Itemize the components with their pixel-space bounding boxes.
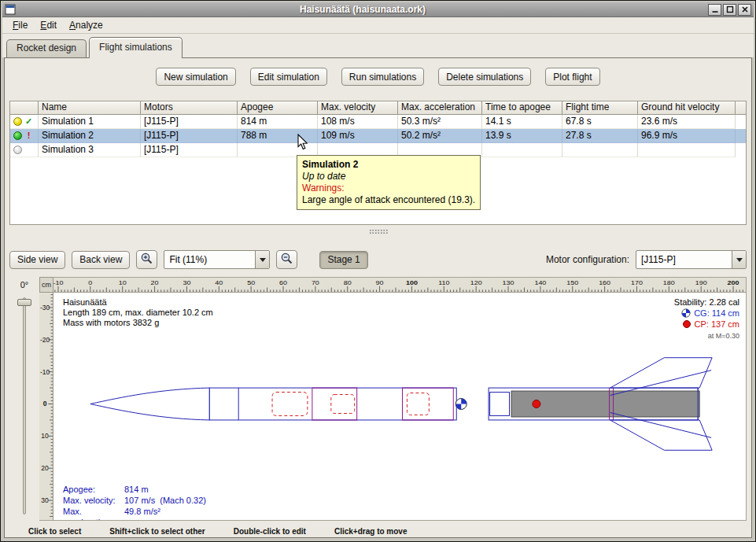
nose-cone (90, 388, 209, 420)
stability-info: Stability: 2.28 cal CG: 114 cm (674, 297, 739, 341)
view-toolbar: Side view Back view Fit (11%) (9, 246, 747, 273)
tab-flight-simulations[interactable]: Flight simulations (89, 37, 183, 58)
mach-note: at M=0.30 (674, 330, 739, 341)
minimize-button[interactable] (708, 4, 721, 16)
menu-file[interactable]: File (6, 17, 34, 33)
splitter-grip-icon (369, 229, 388, 234)
svg-text:40: 40 (215, 278, 223, 286)
cell (482, 143, 562, 157)
svg-text:-30: -30 (40, 304, 50, 312)
column-header-name[interactable]: Name (39, 101, 141, 115)
table-row-1[interactable]: ✓Simulation 1[J115-P]814 m108 m/s50.3 m/… (10, 115, 746, 129)
plot-flight-button[interactable]: Plot flight (545, 68, 599, 86)
column-header-time-to-apogee[interactable]: Time to apogee (482, 101, 562, 115)
svg-text:50: 50 (247, 278, 255, 286)
flight-data-label: Apogee: (63, 484, 124, 495)
rotation-slider[interactable] (9, 293, 39, 521)
svg-text:30: 30 (41, 496, 49, 504)
maximize-icon (726, 6, 734, 13)
chevron-down-icon (732, 251, 746, 268)
cg-symbol (455, 399, 467, 410)
zoom-select[interactable]: Fit (11%) (164, 250, 270, 269)
tab-strip: Rocket designFlight simulations (2, 34, 754, 57)
window-icon (5, 4, 16, 15)
chevron-down-icon (255, 251, 269, 268)
magnifier-minus-icon (280, 252, 293, 265)
close-icon (741, 6, 749, 13)
menu-analyze[interactable]: Analyze (63, 17, 109, 33)
minimize-icon (711, 6, 719, 13)
rocket-canvas[interactable]: Haisunäätä Length 189 cm, max. diameter … (53, 293, 747, 521)
title-bar[interactable]: Haisunäätä (haisunaata.ork) (2, 2, 754, 17)
rocket-mass: Mass with motors 3832 g (63, 318, 213, 328)
svg-text:190: 190 (695, 278, 707, 286)
status-warning-icon: ! (24, 129, 33, 142)
side-view-button[interactable]: Side view (9, 251, 65, 269)
cg-icon (681, 308, 691, 318)
cell: 13.9 s (482, 129, 562, 143)
cell: Simulation 2 (39, 129, 141, 143)
rotation-value: 0° (9, 277, 39, 293)
zoom-out-button[interactable] (276, 250, 297, 269)
column-header-max-acceleration[interactable]: Max. acceleration (398, 101, 482, 115)
cell: 27.8 s (562, 129, 638, 143)
svg-text:0: 0 (88, 278, 92, 286)
rocket-view: 0° cm -100102030405060708090100110120130… (9, 277, 747, 521)
status-check-icon: ✓ (24, 115, 33, 128)
maximize-button[interactable] (723, 4, 736, 16)
column-header-apogee[interactable]: Apogee (238, 101, 318, 115)
menu-edit[interactable]: Edit (34, 17, 63, 33)
status-cell: ! (10, 129, 39, 143)
status-cell: ✓ (10, 115, 39, 129)
column-header-max-velocity[interactable]: Max. velocity (318, 101, 398, 115)
svg-text:140: 140 (534, 278, 546, 286)
motor-configuration-label: Motor configuration: (546, 254, 629, 265)
column-header-ground-hit-velocity[interactable]: Ground hit velocity (638, 101, 736, 115)
edit-simulation-button[interactable]: Edit simulation (250, 68, 327, 86)
stability-value: Stability: 2.28 cal (674, 297, 739, 308)
split-pane-divider[interactable] (5, 227, 751, 235)
simulation-tooltip: Simulation 2 Up to date Warnings: Large … (297, 155, 481, 210)
stage-1-toggle[interactable]: Stage 1 (319, 251, 367, 269)
svg-text:10: 10 (119, 278, 127, 286)
flight-data-row: Max. velocity:107 m/s (Mach 0.32) (63, 495, 206, 506)
svg-text:130: 130 (503, 278, 514, 286)
rocket-info: Haisunäätä Length 189 cm, max. diameter … (63, 297, 213, 328)
cell: 67.8 s (562, 115, 638, 129)
cell: 109 m/s (318, 129, 398, 143)
svg-text:10: 10 (41, 432, 49, 440)
sim-button-row: New simulationEdit simulationRun simulat… (5, 68, 751, 86)
svg-text:120: 120 (470, 278, 482, 286)
slider-thumb[interactable] (17, 299, 31, 306)
close-button[interactable] (738, 4, 751, 16)
cell: 23.6 m/s (638, 115, 736, 129)
table-row-2[interactable]: !Simulation 2[J115-P]788 m109 m/s50.2 m/… (10, 129, 746, 143)
svg-text:20: 20 (151, 278, 159, 286)
tab-rocket-design[interactable]: Rocket design (6, 39, 87, 57)
table-body: ✓Simulation 1[J115-P]814 m108 m/s50.3 m/… (10, 115, 746, 157)
svg-text:110: 110 (438, 278, 450, 286)
run-simulations-button[interactable]: Run simulations (341, 68, 424, 86)
status-cell (10, 143, 39, 157)
cg-value: CG: 114 cm (694, 308, 739, 319)
column-header-motors[interactable]: Motors (141, 101, 238, 115)
delete-simulations-button[interactable]: Delete simulations (438, 68, 531, 86)
svg-text:30: 30 (183, 278, 190, 286)
back-view-button[interactable]: Back view (72, 251, 130, 269)
zoom-in-button[interactable] (136, 250, 157, 269)
svg-text:160: 160 (599, 278, 610, 286)
motor-configuration-select[interactable]: [J115-P] (636, 250, 747, 269)
forward-body-tube (209, 388, 456, 420)
tooltip-status: Up to date (302, 171, 475, 183)
new-simulation-button[interactable]: New simulation (156, 68, 235, 86)
flight-data-label: Max. acceleration: (63, 506, 124, 521)
status-ball-yellow (13, 117, 22, 126)
vertical-ruler: -30-20-100102030 (39, 293, 53, 521)
svg-text:100: 100 (406, 278, 418, 286)
cell (562, 143, 638, 157)
svg-text:-10: -10 (40, 367, 50, 375)
column-header-flight-time[interactable]: Flight time (562, 101, 638, 115)
cell: [J115-P] (141, 143, 238, 157)
column-header-status[interactable] (10, 101, 39, 115)
flight-data-label: Max. velocity: (63, 495, 124, 506)
